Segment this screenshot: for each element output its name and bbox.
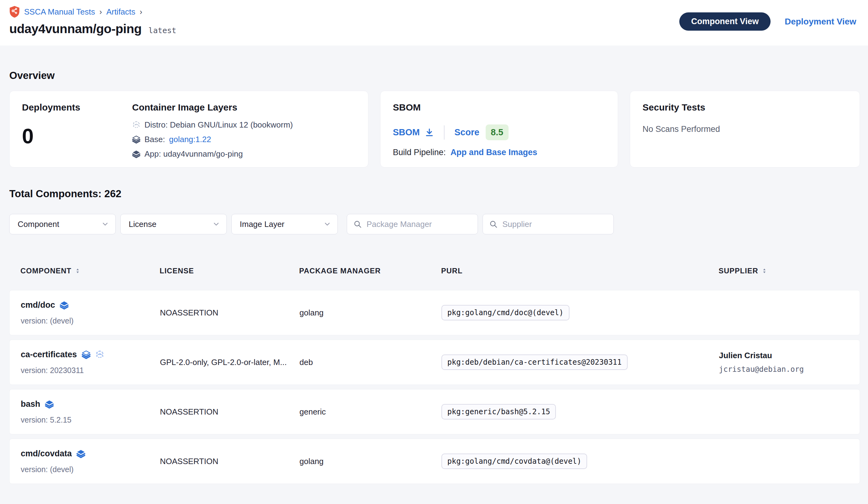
column-header-license: LICENSE	[159, 266, 299, 275]
license-filter-label: License	[129, 220, 156, 229]
package-manager-cell: golang	[299, 308, 442, 317]
component-name: bash	[21, 399, 40, 409]
base-image-link[interactable]: golang:1.22	[169, 135, 211, 144]
layers-half-icon	[132, 135, 141, 144]
license-cell: GPL-2.0-only, GPL-2.0-or-later, M...	[160, 357, 299, 367]
layer-item-base: Base: golang:1.22	[132, 135, 356, 144]
sbom-download-link[interactable]: SBOM	[393, 127, 434, 138]
layer-item-distro: Distro: Debian GNU/Linux 12 (bookworm)	[132, 120, 356, 130]
sbom-score-label: Score	[454, 127, 479, 138]
component-version: version: (devel)	[21, 465, 160, 474]
vertical-divider	[444, 125, 445, 140]
chevron-down-icon	[101, 220, 109, 228]
security-tests-status: No Scans Performed	[642, 124, 847, 134]
layers-filled-icon	[132, 150, 141, 158]
component-filter-dropdown[interactable]: Component	[9, 214, 116, 234]
security-tests-card: Security Tests No Scans Performed	[630, 91, 860, 168]
image-layer-filter-dropdown[interactable]: Image Layer	[231, 214, 338, 234]
sbom-card-title: SBOM	[393, 102, 606, 113]
column-header-supplier[interactable]: SUPPLIER	[719, 266, 849, 275]
filters-bar: Component License Image Layer	[9, 214, 860, 234]
purl-chip: pkg:generic/bash@5.2.15	[442, 404, 556, 420]
component-name: cmd/covdata	[21, 449, 72, 458]
table-row[interactable]: cmd/covdata version: (devel) NOASSERTION…	[9, 439, 860, 484]
layers-half-icon	[82, 350, 91, 359]
layers-filled-icon	[60, 301, 69, 310]
component-version: version: (devel)	[21, 316, 160, 325]
table-header-row: COMPONENT LICENSE PACKAGE MANAGER PURL S…	[9, 256, 860, 286]
layers-dashed-icon	[132, 121, 141, 129]
chevron-down-icon	[212, 220, 220, 228]
breadcrumb-link-artifacts[interactable]: Artifacts	[106, 7, 135, 17]
table-row[interactable]: ca-certificates version: 20230311 GPL-2.…	[9, 340, 860, 385]
supplier-search	[483, 214, 614, 234]
sort-icon[interactable]	[74, 268, 81, 274]
component-cell: cmd/doc version: (devel)	[21, 300, 160, 325]
component-name: cmd/doc	[21, 300, 55, 310]
package-manager-search-input[interactable]	[366, 220, 472, 229]
component-cell: bash version: 5.2.15	[21, 399, 160, 424]
package-manager-search	[347, 214, 478, 234]
license-cell: NOASSERTION	[160, 457, 299, 466]
purl-chip: pkg:golang/cmd/covdata@(devel)	[442, 454, 587, 469]
package-manager-cell: golang	[299, 457, 442, 466]
license-cell: NOASSERTION	[160, 407, 299, 417]
layers-dashed-icon	[95, 350, 104, 359]
package-manager-cell: generic	[299, 407, 442, 417]
breadcrumb-separator: ›	[99, 8, 102, 17]
layer-base-label: Base:	[144, 135, 165, 144]
supplier-name: Julien Cristau	[719, 351, 848, 360]
overview-card: Deployments 0 Container Image Layers Dis…	[9, 91, 369, 168]
image-layer-filter-label: Image Layer	[240, 220, 285, 229]
artifact-tag-latest: latest	[148, 26, 176, 35]
column-header-purl: PURL	[441, 266, 719, 275]
sort-icon[interactable]	[761, 268, 767, 274]
supplier-email: jcristau@debian.org	[719, 365, 848, 374]
search-icon	[489, 220, 498, 229]
component-filter-label: Component	[18, 220, 59, 229]
deployments-label: Deployments	[22, 102, 132, 113]
sbom-score-badge: 8.5	[486, 124, 508, 140]
purl-chip: pkg:deb/debian/ca-certificates@20230311	[442, 354, 628, 370]
component-view-button[interactable]: Component View	[679, 12, 771, 31]
breadcrumb-link-project[interactable]: SSCA Manual Tests	[24, 7, 95, 17]
purl-chip: pkg:golang/cmd/doc@(devel)	[442, 305, 569, 320]
supplier-search-input[interactable]	[502, 220, 607, 229]
component-version: version: 5.2.15	[21, 415, 160, 424]
layer-distro-text: Distro: Debian GNU/Linux 12 (bookworm)	[144, 120, 293, 130]
deployments-count: 0	[22, 124, 132, 148]
security-tests-title: Security Tests	[642, 102, 847, 113]
component-cell: ca-certificates version: 20230311	[21, 350, 160, 375]
license-filter-dropdown[interactable]: License	[120, 214, 227, 234]
component-cell: cmd/covdata version: (devel)	[21, 449, 160, 474]
chevron-down-icon	[323, 220, 331, 228]
package-manager-cell: deb	[299, 357, 442, 367]
build-pipeline-link[interactable]: App and Base Images	[451, 148, 537, 157]
build-pipeline-label: Build Pipeline:	[393, 148, 446, 157]
overview-heading: Overview	[9, 46, 860, 81]
layer-app-text: App: uday4vunnam/go-ping	[144, 149, 243, 159]
search-icon	[353, 220, 362, 229]
table-row[interactable]: bash version: 5.2.15 NOASSERTION generic…	[9, 389, 860, 434]
page-title: uday4vunnam/go-ping	[9, 22, 142, 36]
column-header-component[interactable]: COMPONENT	[20, 266, 159, 275]
breadcrumb-separator: ›	[140, 8, 142, 17]
container-image-layers-title: Container Image Layers	[132, 102, 356, 113]
layer-item-app: App: uday4vunnam/go-ping	[132, 149, 356, 159]
total-components-heading: Total Components: 262	[9, 168, 860, 200]
layers-filled-icon	[45, 400, 54, 409]
column-header-package-manager: PACKAGE MANAGER	[299, 266, 441, 275]
view-toggle: Component View Deployment View	[679, 12, 856, 31]
sbom-card: SBOM SBOM Score 8.5 Build Pipeline: App …	[380, 91, 618, 168]
layers-filled-icon	[76, 449, 85, 458]
component-version: version: 20230311	[21, 366, 160, 375]
deployment-view-link[interactable]: Deployment View	[785, 17, 856, 27]
page-header: SSCA Manual Tests › Artifacts › uday4vun…	[0, 0, 868, 46]
ssca-shield-logo-icon	[9, 6, 20, 18]
table-row[interactable]: cmd/doc version: (devel) NOASSERTION gol…	[9, 290, 860, 335]
download-icon[interactable]	[425, 128, 434, 137]
component-name: ca-certificates	[21, 350, 77, 360]
license-cell: NOASSERTION	[160, 308, 299, 317]
supplier-cell: Julien Cristau jcristau@debian.org	[719, 351, 848, 374]
components-table: COMPONENT LICENSE PACKAGE MANAGER PURL S…	[9, 256, 860, 484]
